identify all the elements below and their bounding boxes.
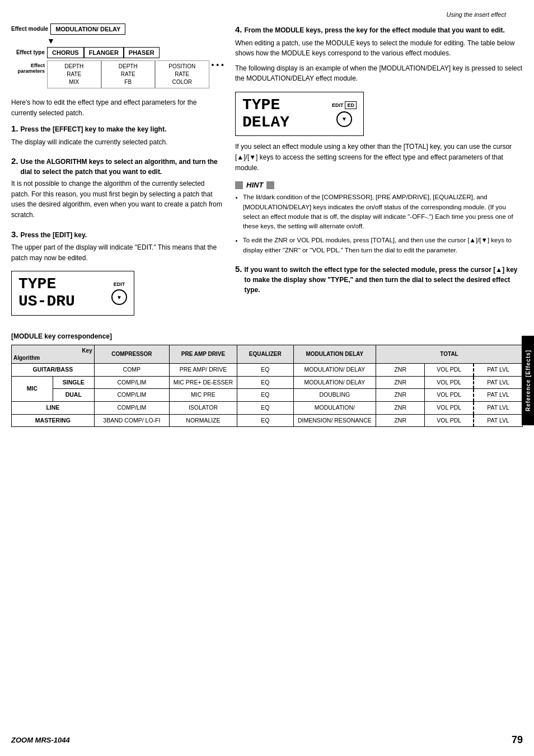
step-3: 3. Press the [EDIT] key. The upper part … xyxy=(11,228,224,264)
hint-box: HINT The lit/dark condition of the [COMP… xyxy=(235,181,523,255)
table-row-guitar: GUITAR/BASS COMP PRE AMP/ DRIVE EQ MODUL… xyxy=(12,363,523,376)
hint-item-1: The lit/dark condition of the [COMPRESSO… xyxy=(243,192,523,231)
row-mic-single-comp: COMP/LIM xyxy=(94,376,169,389)
display-box-1: TYPE US-DRU EDIT ▼ xyxy=(11,271,134,316)
display2-dial: ▼ xyxy=(336,111,352,127)
param-chorus: DEPTHRATEMIX xyxy=(47,60,101,88)
header-equalizer: EQUALIZER xyxy=(237,345,293,363)
row-line-volpdl: VOL PDL xyxy=(425,401,474,414)
row-mic-single-preamp: MIC PRE+ DE-ESSER xyxy=(170,376,237,389)
row-line-comp: COMP/LIM xyxy=(94,401,169,414)
step-4: 4. From the MODULE keys, press the key f… xyxy=(235,24,523,84)
step1-number: 1. xyxy=(11,123,18,135)
row-line-patlvl: PAT LVL xyxy=(474,401,522,414)
left-column: Effect module MODULATION/ DELAY ▼ Effect… xyxy=(11,24,224,321)
row-mic-label: MIC xyxy=(12,376,53,401)
effect-type-flanger: FLANGER xyxy=(84,47,124,58)
table-row-line: LINE COMP/LIM ISOLATOR EQ MODULATION/ ZN… xyxy=(12,401,523,414)
hint-item-2: To edit the ZNR or VOL PDL modules, pres… xyxy=(243,236,523,255)
row-guitar-comp: COMP xyxy=(94,363,169,376)
row-mic-single-volpdl: VOL PDL xyxy=(425,376,474,389)
row-mic-dual-znr: ZNR xyxy=(376,389,425,402)
row-guitar-eq: EQ xyxy=(237,363,293,376)
step5-number: 5. xyxy=(235,263,242,276)
display1-edit: EDIT xyxy=(114,281,125,287)
module-key-title: [MODULE key correspondence] xyxy=(11,332,523,340)
page-header: Using the insert effect xyxy=(11,11,523,18)
row-guitar-znr: ZNR xyxy=(376,363,425,376)
hint-icon-left xyxy=(235,181,243,189)
row-mic-dual-mod: DOUBLING xyxy=(293,389,376,402)
dots: • • • xyxy=(209,60,224,69)
row-mic-single-sublabel: SINGLE xyxy=(53,376,94,389)
row-guitar-preamp: PRE AMP/ DRIVE xyxy=(170,363,237,376)
row-mastering-label: MASTERING xyxy=(12,414,95,427)
display2-line2: DELAY xyxy=(242,114,289,132)
step-5: 5. If you want to switch the effect type… xyxy=(235,263,523,295)
effect-type-label: Effect type xyxy=(11,47,45,55)
step4-body2: The following display is an example of w… xyxy=(235,63,523,84)
row-mic-dual-volpdl: VOL PDL xyxy=(425,389,474,402)
row-mic-dual-eq: EQ xyxy=(237,389,293,402)
row-mastering-patlvl: PAT LVL xyxy=(474,414,522,427)
row-guitar-mod: MODULATION/ DELAY xyxy=(293,363,376,376)
step4-title: From the MODULE keys, press the key for … xyxy=(245,25,505,35)
display-box-2: TYPE DELAY EDIT ED ▼ xyxy=(235,92,364,137)
step2-title: Use the ALGORITHM keys to select an algo… xyxy=(21,157,224,177)
diagram-arrow: ▼ xyxy=(47,37,55,45)
table-row-mastering: MASTERING 3BAND COMP/ LO-FI NORMALIZE EQ… xyxy=(12,414,523,427)
module-key-table: Key Algorithm COMPRESSOR PRE AMP DRIVE E… xyxy=(11,345,523,427)
row-mic-dual-patlvl: PAT LVL xyxy=(474,389,522,402)
display1-line2: US-DRU xyxy=(18,293,75,311)
step3-number: 3. xyxy=(11,228,18,241)
row-line-preamp: ISOLATOR xyxy=(170,401,237,414)
effect-type-chorus: CHORUS xyxy=(47,47,84,58)
param-flanger: DEPTHRATEFB xyxy=(101,60,156,88)
table-row-mic-single: MIC SINGLE COMP/LIM MIC PRE+ DE-ESSER EQ… xyxy=(12,376,523,389)
display2-edit: EDIT xyxy=(332,102,344,108)
header-moddelay: MODULATION DELAY xyxy=(293,345,376,363)
row-line-znr: ZNR xyxy=(376,401,425,414)
row-mastering-preamp: NORMALIZE xyxy=(170,414,237,427)
row-mastering-comp: 3BAND COMP/ LO-FI xyxy=(94,414,169,427)
row-mastering-volpdl: VOL PDL xyxy=(425,414,474,427)
header-title: Using the insert effect xyxy=(447,11,506,18)
effect-params-label: Effectparameters xyxy=(11,60,45,74)
step-2: 2. Use the ALGORITHM keys to select an a… xyxy=(11,155,224,220)
row-guitar-volpdl: VOL PDL xyxy=(425,363,474,376)
display1-dial: ▼ xyxy=(111,289,127,305)
display2-ed-badge: ED xyxy=(345,101,357,109)
hint-icon-right xyxy=(266,181,274,189)
row-line-label: LINE xyxy=(12,401,95,414)
side-tab: Reference [Effects] xyxy=(522,336,534,425)
table-row-mic-dual: DUAL COMP/LIM MIC PRE EQ DOUBLING ZNR VO… xyxy=(12,389,523,402)
row-mic-single-eq: EQ xyxy=(237,376,293,389)
step3-body: The upper part of the display will indic… xyxy=(11,242,224,263)
header-preamp: PRE AMP DRIVE xyxy=(170,345,237,363)
display1-line1: TYPE xyxy=(18,276,75,293)
right-column: 4. From the MODULE keys, press the key f… xyxy=(235,24,523,321)
hint-title: HINT xyxy=(246,181,263,189)
row-mic-single-znr: ZNR xyxy=(376,376,425,389)
row-mic-dual-preamp: MIC PRE xyxy=(170,389,237,402)
row-line-eq: EQ xyxy=(237,401,293,414)
row-mic-dual-sublabel: DUAL xyxy=(53,389,94,402)
param-phaser: POSITIONRATECOLOR xyxy=(155,60,209,88)
header-compressor: COMPRESSOR xyxy=(94,345,169,363)
step1-body: The display will indicate the currently … xyxy=(11,137,224,148)
row-guitar-patlvl: PAT LVL xyxy=(474,363,522,376)
step4-number: 4. xyxy=(235,24,242,36)
step-1: 1. Press the [EFFECT] key to make the ke… xyxy=(11,123,224,147)
row-mastering-mod: DIMENSION/ RESONANCE xyxy=(293,414,376,427)
effect-type-phaser: PHASER xyxy=(124,47,160,58)
step2-number: 2. xyxy=(11,155,18,168)
step1-title: Press the [EFFECT] key to make the key l… xyxy=(21,124,167,134)
display2-line1: TYPE xyxy=(242,97,289,114)
step3-title: Press the [EDIT] key. xyxy=(21,230,87,240)
effect-diagram: Effect module MODULATION/ DELAY ▼ Effect… xyxy=(11,24,224,88)
row-mastering-znr: ZNR xyxy=(376,414,425,427)
footer: ZOOM MRS-1044 79 xyxy=(11,734,523,746)
module-name-box: MODULATION/ DELAY xyxy=(50,24,125,35)
hint-list: The lit/dark condition of the [COMPRESSO… xyxy=(235,192,523,255)
algo-header-cell: Key Algorithm xyxy=(12,345,95,363)
